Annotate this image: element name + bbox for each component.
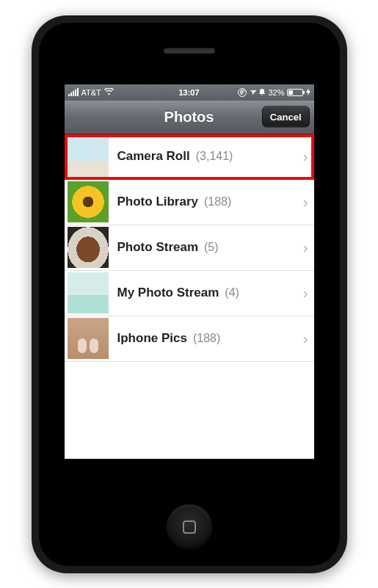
album-list[interactable]: Camera Roll(3,141)›Photo Library(188)›Ph… [65, 134, 314, 459]
home-button[interactable] [167, 504, 212, 550]
album-thumbnail [68, 227, 109, 268]
album-text: Photo Stream(5) [117, 240, 294, 255]
album-name-label: Camera Roll [117, 149, 190, 164]
album-thumbnail [68, 318, 109, 359]
chevron-right-icon: › [303, 194, 308, 211]
nav-bar: Photos Cancel [65, 101, 314, 134]
chevron-right-icon: › [303, 330, 308, 347]
nav-title: Photos [164, 109, 214, 126]
signal-bars-icon [68, 89, 79, 96]
album-count-label: (5) [204, 241, 219, 254]
alarm-icon [258, 88, 266, 97]
album-count-label: (188) [204, 195, 231, 208]
status-time: 13:07 [178, 88, 199, 97]
chevron-right-icon: › [303, 285, 308, 302]
phone-frame: AT&T 13:07 32% [32, 15, 347, 573]
status-right: 32% [189, 88, 310, 97]
album-text: My Photo Stream(4) [117, 286, 294, 300]
chevron-right-icon: › [303, 148, 308, 165]
album-row[interactable]: My Photo Stream(4)› [65, 271, 314, 316]
orientation-lock-icon [238, 88, 247, 97]
album-thumbnail [68, 181, 109, 222]
cancel-button[interactable]: Cancel [262, 106, 310, 128]
status-bar: AT&T 13:07 32% [65, 84, 314, 101]
location-icon [248, 87, 258, 98]
phone-speaker [164, 48, 215, 54]
wifi-icon [104, 88, 114, 97]
phone-inner: AT&T 13:07 32% [39, 23, 340, 566]
chevron-right-icon: › [303, 239, 308, 256]
album-name-label: My Photo Stream [117, 286, 219, 300]
album-name-label: Iphone Pics [117, 331, 187, 346]
battery-icon [287, 89, 303, 96]
status-left: AT&T [68, 88, 189, 97]
album-row[interactable]: Photo Library(188)› [65, 180, 314, 225]
album-name-label: Photo Library [117, 195, 199, 209]
battery-pct-label: 32% [268, 88, 284, 97]
album-count-label: (4) [225, 286, 239, 300]
album-text: Photo Library(188) [117, 195, 294, 209]
album-thumbnail [68, 136, 109, 177]
album-row[interactable]: Iphone Pics(188)› [65, 316, 314, 362]
album-thumbnail [68, 272, 109, 313]
screen: AT&T 13:07 32% [65, 84, 314, 459]
album-row[interactable]: Camera Roll(3,141)› [65, 134, 314, 180]
album-text: Iphone Pics(188) [117, 331, 294, 346]
album-name-label: Photo Stream [117, 240, 199, 255]
charging-icon [306, 88, 310, 97]
home-button-square-icon [183, 520, 196, 534]
album-text: Camera Roll(3,141) [117, 149, 294, 164]
album-count-label: (188) [193, 332, 220, 345]
carrier-label: AT&T [81, 88, 101, 97]
album-row[interactable]: Photo Stream(5)› [65, 225, 314, 271]
album-count-label: (3,141) [196, 150, 233, 163]
